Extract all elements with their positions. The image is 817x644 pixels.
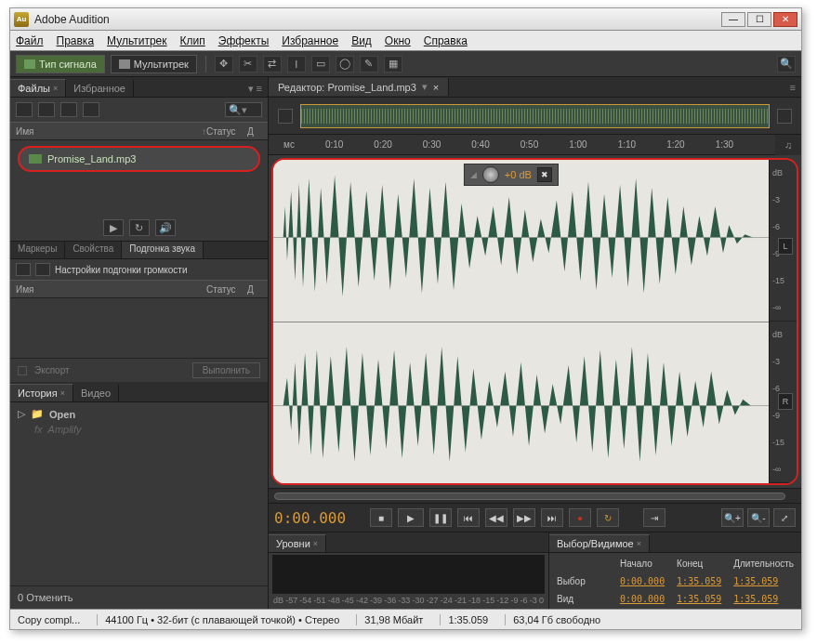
tool-heal-icon[interactable]: ▦	[384, 56, 402, 72]
horizontal-scrollbar[interactable]	[269, 488, 801, 503]
close-button[interactable]: ✕	[773, 12, 797, 27]
menu-file[interactable]: Файл	[16, 34, 44, 47]
pin-icon[interactable]: ✖	[537, 167, 552, 182]
record-button[interactable]: ●	[569, 508, 591, 527]
search-icon[interactable]: 🔍	[777, 56, 796, 72]
close-icon[interactable]: ×	[53, 84, 58, 93]
menu-view[interactable]: Вид	[351, 34, 372, 47]
channel-l-badge[interactable]: L	[778, 238, 793, 255]
status-operation: Copy compl...	[18, 614, 80, 625]
menu-multitrack[interactable]: Мультитрек	[107, 34, 166, 47]
time-ruler[interactable]: мс 0:100:200:300:400:501:001:101:201:30	[269, 135, 775, 155]
tab-match-loudness[interactable]: Подгонка звука	[122, 242, 204, 258]
tab-markers[interactable]: Маркеры	[10, 242, 65, 258]
import-icon[interactable]	[60, 102, 77, 117]
status-bar: Copy compl... 44100 Гц • 32-бит (с плава…	[10, 609, 801, 629]
record-icon[interactable]	[83, 102, 99, 117]
waveform-mode-button[interactable]: Тип сигнала	[16, 55, 105, 73]
preview-autoplay-button[interactable]: 🔊	[155, 219, 176, 236]
tool-marquee-icon[interactable]: ▭	[311, 56, 330, 72]
export-checkbox[interactable]	[18, 366, 27, 375]
history-item-amplify[interactable]: fxAmplify	[18, 422, 260, 437]
overview-waveform[interactable]	[300, 104, 770, 128]
go-end-button[interactable]: ⏭	[541, 508, 563, 527]
view-start[interactable]: 0:00.000	[620, 594, 669, 604]
waveform-icon	[24, 59, 35, 69]
loop-button[interactable]: ↻	[597, 508, 619, 527]
waveform-right-channel	[273, 328, 769, 483]
maximize-button[interactable]: ☐	[747, 12, 771, 27]
tool-brush-icon[interactable]: ✎	[360, 56, 378, 72]
preview-loop-button[interactable]: ↻	[129, 219, 150, 236]
scan-icon[interactable]	[35, 263, 50, 276]
sel-dur[interactable]: 1:35.059	[733, 576, 794, 586]
export-label: Экспорт	[34, 365, 70, 375]
rewind-button[interactable]: ◀◀	[485, 508, 507, 527]
channel-r-badge[interactable]: R	[778, 393, 793, 410]
amplitude-scale: dB-3-6-9-15-∞ dB-3-6-9-15-∞ L R	[769, 160, 797, 483]
sel-start[interactable]: 0:00.000	[620, 576, 669, 586]
right-column: Редактор: Promise_Land.mp3▾× ≡ мс 0:100:…	[269, 77, 801, 609]
multitrack-icon	[119, 59, 130, 69]
status-duration: 1:35.059	[440, 614, 488, 625]
status-free-space: 63,04 Гб свободно	[505, 614, 600, 625]
menu-edit[interactable]: Правка	[57, 34, 95, 47]
file-item[interactable]: Promise_Land.mp3	[18, 146, 260, 172]
tool-lasso-icon[interactable]: ◯	[336, 56, 354, 72]
play-button[interactable]: ▶	[398, 508, 424, 527]
menu-clip[interactable]: Клип	[180, 34, 205, 47]
tab-history[interactable]: История×	[10, 384, 73, 401]
tool-slip-icon[interactable]: ⇄	[263, 56, 282, 72]
gain-hud[interactable]: ◢ +0 dB ✖	[464, 164, 559, 186]
titlebar[interactable]: Au Adobe Audition — ☐ ✕	[10, 8, 801, 31]
search-input[interactable]: 🔍▾	[225, 102, 262, 117]
preview-play-button[interactable]: ▶	[103, 219, 124, 236]
zoom-in-icon[interactable]: 🔍+	[721, 508, 744, 527]
waveform-editor[interactable]: ◢ +0 dB ✖ dB-3-6-9-15-∞ dB-3-6-9-15-∞ L …	[271, 158, 798, 485]
app-logo-icon: Au	[14, 12, 29, 27]
run-button[interactable]: Выполнить	[192, 362, 260, 378]
new-file-icon[interactable]	[38, 102, 55, 117]
tool-cut-icon[interactable]: ✂	[239, 56, 257, 72]
zoom-out-icon[interactable]: 🔍-	[747, 508, 770, 527]
menu-effects[interactable]: Эффекты	[218, 34, 270, 47]
loudness-column-header[interactable]: Имя Статус Д	[10, 280, 268, 298]
zoom-fit-icon[interactable]: ⤢	[773, 508, 796, 527]
open-file-icon[interactable]	[16, 102, 33, 117]
tool-time-select-icon[interactable]: I	[287, 56, 306, 72]
overview-tool-icon[interactable]	[278, 109, 293, 124]
timecode[interactable]: 0:00.000	[274, 509, 346, 527]
add-icon[interactable]	[16, 263, 31, 276]
tab-files[interactable]: Файлы×	[10, 79, 66, 97]
tab-favorites[interactable]: Избранное	[66, 80, 134, 97]
overview-settings-icon[interactable]	[777, 109, 792, 124]
stop-button[interactable]: ■	[370, 508, 392, 527]
tab-properties[interactable]: Свойства	[65, 242, 122, 258]
view-dur[interactable]: 1:35.059	[733, 594, 794, 604]
panel-menu-icon[interactable]: ≡	[784, 82, 801, 93]
tab-levels[interactable]: Уровни×	[269, 534, 326, 552]
files-column-header[interactable]: Имя↑ Статус Д	[10, 122, 268, 140]
menu-window[interactable]: Окно	[385, 34, 411, 47]
editor-tab[interactable]: Редактор: Promise_Land.mp3▾×	[269, 78, 449, 96]
sel-end[interactable]: 1:35.059	[677, 576, 726, 586]
go-start-button[interactable]: ⏮	[457, 508, 480, 527]
level-meter	[272, 555, 545, 594]
gain-knob[interactable]	[482, 166, 499, 183]
main-window: Au Adobe Audition — ☐ ✕ Файл Правка Муль…	[9, 7, 802, 630]
tab-selection-view[interactable]: Выбор/Видимое×	[549, 534, 650, 552]
pause-button[interactable]: ❚❚	[429, 508, 452, 527]
minimize-button[interactable]: —	[721, 12, 745, 27]
forward-button[interactable]: ▶▶	[513, 508, 535, 527]
skip-selection-button[interactable]: ⇥	[643, 508, 665, 527]
history-item-open[interactable]: ▷📁Open	[18, 406, 260, 422]
overview-bar	[269, 98, 801, 135]
menu-favorites[interactable]: Избранное	[282, 34, 338, 47]
multitrack-mode-button[interactable]: Мультитрек	[111, 55, 197, 73]
menu-help[interactable]: Справка	[424, 34, 468, 47]
tool-move-icon[interactable]: ✥	[215, 56, 233, 72]
panel-menu-icon[interactable]: ▾ ≡	[243, 81, 268, 97]
view-end[interactable]: 1:35.059	[677, 594, 726, 604]
tab-video[interactable]: Видео	[73, 385, 119, 401]
headphone-icon[interactable]: ♫	[775, 135, 801, 155]
